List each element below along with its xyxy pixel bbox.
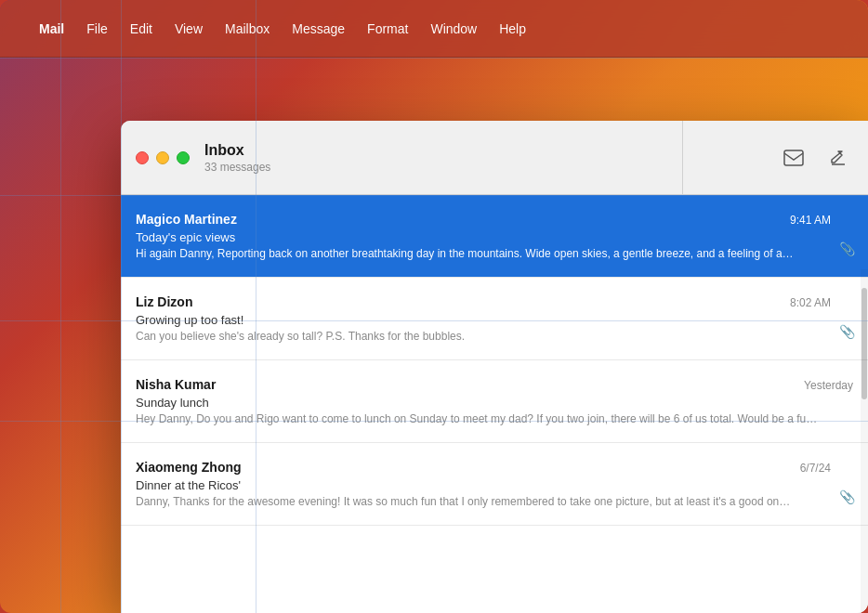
traffic-lights [136, 151, 190, 164]
message-subject: Growing up too fast! [136, 313, 831, 327]
message-sender: Nisha Kumar [136, 377, 216, 392]
reading-pane-header [682, 121, 868, 195]
message-time: 6/7/24 [800, 462, 831, 475]
menubar-file[interactable]: File [77, 18, 117, 40]
close-button[interactable] [136, 151, 149, 164]
menubar-window[interactable]: Window [421, 18, 486, 40]
envelope-button[interactable] [779, 143, 809, 173]
message-item[interactable]: Magico Martinez 9:41 AM Today's epic vie… [121, 195, 868, 278]
message-item[interactable]: Xiaomeng Zhong 6/7/24 Dinner at the Rico… [121, 443, 868, 526]
menubar-mail[interactable]: Mail [30, 18, 73, 40]
message-header: Nisha Kumar Yesterday [136, 377, 853, 392]
apple-menu[interactable] [11, 25, 26, 33]
message-time: Yesterday [804, 379, 853, 392]
message-time: 8:02 AM [790, 296, 831, 309]
message-subject: Dinner at the Ricos' [136, 478, 831, 492]
message-time: 9:41 AM [790, 214, 831, 227]
message-header: Liz Dizon 8:02 AM [136, 294, 831, 309]
message-sender: Magico Martinez [136, 212, 237, 227]
compose-button[interactable] [823, 143, 853, 173]
message-subject: Today's epic views [136, 230, 831, 244]
message-sender: Liz Dizon [136, 294, 192, 309]
message-item[interactable]: Liz Dizon 8:02 AM Growing up too fast! C… [121, 278, 868, 360]
scrollbar-thumb[interactable] [861, 288, 867, 399]
message-item[interactable]: Nisha Kumar Yesterday Sunday lunch Hey D… [121, 360, 868, 443]
maximize-button[interactable] [177, 151, 190, 164]
menubar-view[interactable]: View [165, 18, 212, 40]
attachment-icon: 📎 [839, 324, 855, 339]
message-header: Xiaomeng Zhong 6/7/24 [136, 460, 831, 475]
menubar-message[interactable]: Message [283, 18, 354, 40]
scrollbar[interactable] [861, 269, 868, 613]
minimize-button[interactable] [156, 151, 169, 164]
menubar: Mail File Edit View Mailbox Message Form… [0, 0, 868, 58]
message-preview: Hey Danny, Do you and Rigo want to come … [136, 412, 817, 425]
menubar-help[interactable]: Help [490, 18, 535, 40]
attachment-icon: 📎 [839, 489, 855, 504]
menubar-format[interactable]: Format [358, 18, 417, 40]
message-preview: Danny, Thanks for the awesome evening! I… [136, 495, 796, 508]
message-preview: Hi again Danny, Reporting back on anothe… [136, 247, 796, 260]
message-list: Magico Martinez 9:41 AM Today's epic vie… [121, 195, 868, 613]
svg-rect-0 [784, 150, 803, 165]
message-header: Magico Martinez 9:41 AM [136, 212, 831, 227]
message-sender: Xiaomeng Zhong [136, 460, 242, 475]
menubar-mailbox[interactable]: Mailbox [216, 18, 279, 40]
attachment-icon: 📎 [839, 241, 855, 256]
menubar-edit[interactable]: Edit [121, 18, 162, 40]
message-subject: Sunday lunch [136, 396, 853, 410]
message-preview: Can you believe she's already so tall? P… [136, 330, 796, 343]
